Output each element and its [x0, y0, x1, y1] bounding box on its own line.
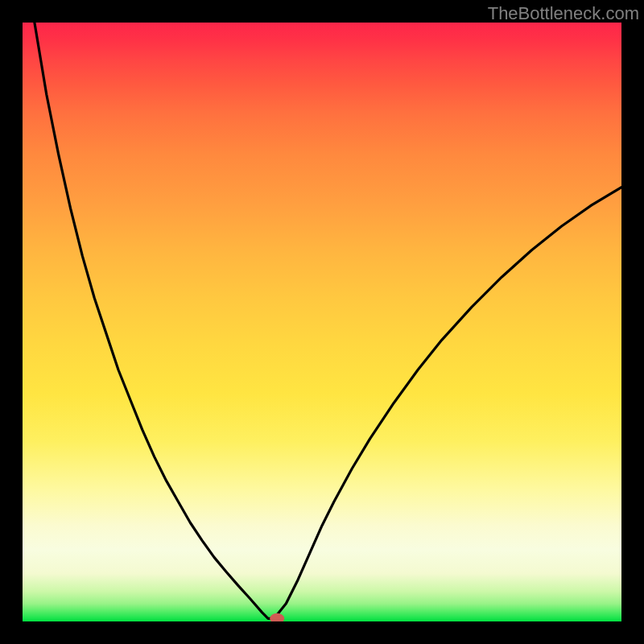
watermark-text: TheBottleneck.com: [488, 3, 639, 24]
chart-plot-area: [23, 23, 621, 621]
